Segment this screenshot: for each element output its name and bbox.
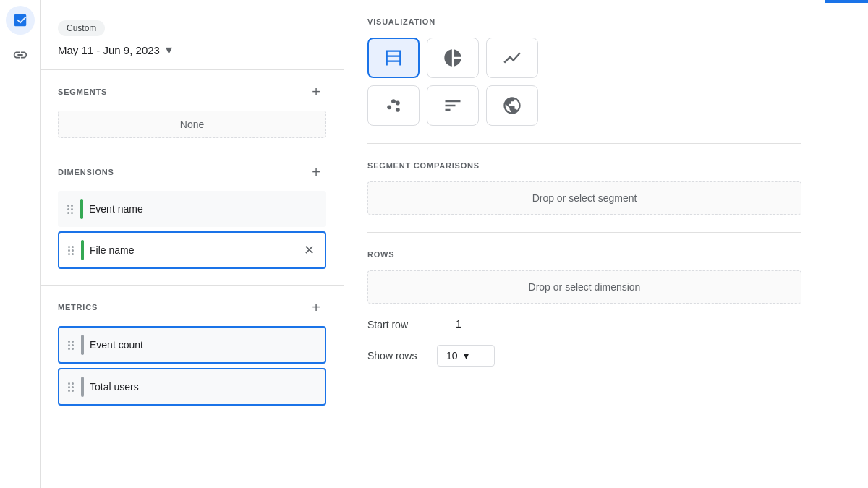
dimension-event-name-label: Event name — [89, 203, 317, 215]
chevron-down-icon: ▾ — [464, 350, 469, 361]
dimension-event-name[interactable]: Event name — [58, 191, 326, 227]
app-sidebar — [0, 0, 41, 488]
metrics-title: METRICS — [58, 303, 98, 312]
rows-config: Drop or select dimension Start row 1 Sho… — [367, 270, 801, 367]
metric-total-users[interactable]: Total users — [58, 368, 326, 406]
link-icon[interactable] — [6, 40, 35, 69]
rows-section: ROWS Drop or select dimension Start row … — [367, 232, 801, 367]
date-badge[interactable]: Custom — [58, 20, 105, 36]
date-range-text: May 11 - Jun 9, 2023 — [58, 44, 160, 56]
date-range-row[interactable]: May 11 - Jun 9, 2023 ▾ — [58, 42, 326, 58]
segments-header: SEGMENTS + — [58, 82, 326, 102]
rows-drop-zone[interactable]: Drop or select dimension — [367, 270, 801, 304]
segment-comparisons-title: SEGMENT COMPARISONS — [367, 161, 801, 170]
dimension-accent — [80, 199, 83, 219]
dimension-file-name[interactable]: File name ✕ — [58, 231, 326, 269]
left-panel: Custom May 11 - Jun 9, 2023 ▾ SEGMENTS +… — [41, 0, 344, 488]
funnel-viz-button[interactable] — [427, 85, 479, 126]
segment-none[interactable]: None — [58, 111, 326, 138]
right-panel-accent — [825, 0, 868, 3]
donut-viz-button[interactable] — [427, 38, 479, 78]
svg-point-1 — [391, 99, 396, 103]
start-row-value[interactable]: 1 — [437, 315, 480, 333]
dimensions-header: DIMENSIONS + — [58, 162, 326, 182]
line-viz-button[interactable] — [486, 38, 538, 78]
scatter-viz-button[interactable] — [367, 85, 420, 126]
drag-handle-icon — [67, 205, 73, 214]
segment-comparisons-section: SEGMENT COMPARISONS Drop or select segme… — [367, 143, 801, 215]
close-icon[interactable]: ✕ — [302, 241, 316, 260]
drag-handle-icon — [68, 246, 74, 255]
show-rows-select[interactable]: 10 ▾ — [437, 345, 495, 367]
table-viz-button[interactable] — [367, 38, 420, 78]
dimensions-section: DIMENSIONS + Event name File name ✕ — [41, 150, 344, 286]
add-metric-button[interactable]: + — [306, 297, 326, 317]
rows-title: ROWS — [367, 250, 801, 259]
dimensions-title: DIMENSIONS — [58, 168, 114, 176]
visualization-grid — [367, 38, 801, 126]
svg-point-3 — [396, 101, 400, 106]
segments-section: SEGMENTS + None — [41, 70, 344, 150]
svg-point-0 — [387, 105, 391, 109]
metrics-section: METRICS + Event count Total users — [41, 286, 344, 421]
dimension-accent — [81, 240, 84, 260]
drag-handle-icon — [68, 382, 74, 392]
visualization-section: VISUALIZATION — [367, 17, 801, 126]
right-panel — [825, 0, 868, 488]
metric-total-users-label: Total users — [90, 381, 316, 393]
metric-event-count[interactable]: Event count — [58, 326, 326, 364]
show-rows-value: 10 — [446, 350, 458, 361]
metric-event-count-label: Event count — [90, 339, 316, 351]
start-row-label: Start row — [367, 319, 425, 330]
dimension-file-name-label: File name — [90, 244, 302, 256]
date-section: Custom May 11 - Jun 9, 2023 ▾ — [41, 12, 344, 70]
metric-accent — [81, 335, 84, 355]
visualization-title: VISUALIZATION — [367, 17, 801, 26]
globe-viz-button[interactable] — [486, 85, 538, 126]
add-segment-button[interactable]: + — [306, 82, 326, 102]
add-dimension-button[interactable]: + — [306, 162, 326, 182]
metric-accent — [81, 377, 84, 397]
svg-point-2 — [396, 108, 400, 112]
start-row-config: Start row 1 — [367, 315, 801, 333]
show-rows-label: Show rows — [367, 350, 425, 361]
main-area: VISUALIZATION — [344, 0, 825, 488]
segment-drop-zone[interactable]: Drop or select segment — [367, 181, 801, 215]
segments-title: SEGMENTS — [58, 87, 107, 96]
analytics-icon[interactable] — [6, 6, 35, 35]
metrics-header: METRICS + — [58, 297, 326, 317]
drag-handle-icon — [68, 341, 74, 350]
show-rows-config: Show rows 10 ▾ — [367, 345, 801, 367]
chevron-down-icon: ▾ — [166, 42, 172, 58]
